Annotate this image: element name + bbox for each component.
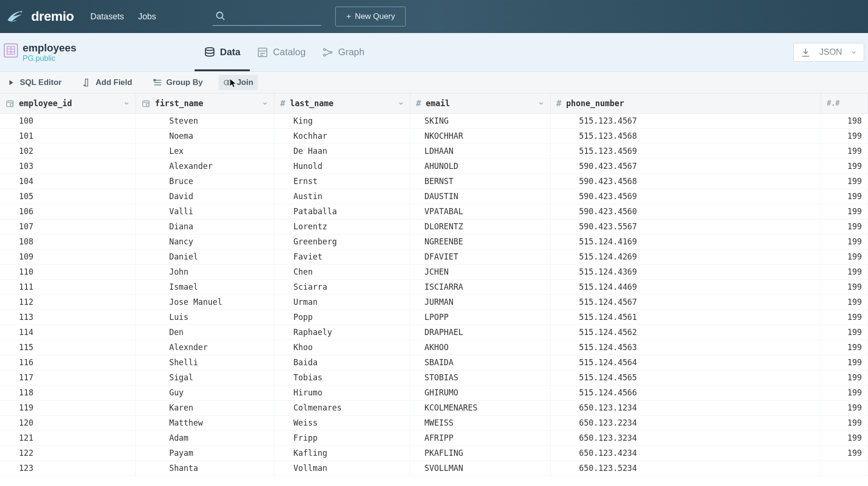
cell-first-name[interactable]: Luis — [136, 310, 274, 325]
cell-truncated[interactable]: 199 — [821, 340, 868, 355]
cell-email[interactable]: SVOLLMAN — [410, 461, 550, 476]
table-row[interactable]: 113LuisPoppLPOPP515.124.4561199 — [0, 310, 868, 325]
cell-email[interactable]: GHIRUMO — [410, 385, 550, 400]
table-row[interactable]: 115AlexnderKhooAKHOO515.124.4563199 — [0, 340, 868, 355]
cell-phone-number[interactable]: 650.123.3234 — [551, 430, 821, 445]
add-field-button[interactable]: Add Field — [77, 75, 136, 90]
cell-email[interactable]: PKAFLING — [410, 445, 550, 461]
cell-email[interactable]: VPATABAL — [410, 204, 550, 219]
cell-last-name[interactable]: Kafling — [274, 445, 410, 461]
table-row[interactable]: 103AlexanderHunoldAHUNOLD590.423.4567199 — [0, 159, 868, 174]
column-header-first-name[interactable]: first_name — [136, 93, 274, 113]
cell-employee-id[interactable]: 103 — [0, 159, 136, 174]
cell-email[interactable]: KCOLMENARES — [410, 400, 550, 415]
table-row[interactable]: 112Jose ManuelUrmanJURMAN515.124.4567199 — [0, 294, 868, 310]
cell-first-name[interactable]: Ismael — [136, 279, 274, 294]
cell-first-name[interactable]: Valli — [136, 204, 274, 219]
cell-last-name[interactable]: Popp — [274, 310, 410, 325]
cell-first-name[interactable]: Guy — [136, 385, 274, 400]
cell-employee-id[interactable]: 116 — [0, 355, 136, 370]
cell-employee-id[interactable]: 118 — [0, 385, 136, 400]
cell-last-name[interactable]: Weiss — [274, 415, 410, 430]
cell-email[interactable]: LPOPP — [410, 310, 550, 325]
cell-phone-number[interactable]: 515.124.4563 — [551, 340, 821, 355]
table-row[interactable]: 119KarenColmenaresKCOLMENARES650.123.123… — [0, 400, 868, 415]
search-input[interactable] — [213, 7, 321, 26]
table-row[interactable]: 100StevenKingSKING515.123.4567198 — [0, 113, 868, 128]
column-header-phone-number[interactable]: # phone_number — [551, 93, 821, 113]
table-row[interactable]: 114DenRaphaelyDRAPHAEL515.124.4562199 — [0, 325, 868, 340]
cell-truncated[interactable]: 199 — [821, 294, 868, 310]
cell-phone-number[interactable]: 650.123.4234 — [551, 445, 821, 461]
cell-employee-id[interactable]: 114 — [0, 325, 136, 340]
cell-first-name[interactable]: Nancy — [136, 234, 274, 249]
cell-phone-number[interactable]: 515.124.4566 — [551, 385, 821, 400]
cell-employee-id[interactable]: 111 — [0, 279, 136, 294]
cell-truncated[interactable]: 199 — [821, 279, 868, 294]
cell-truncated[interactable]: 199 — [821, 400, 868, 415]
cell-truncated[interactable]: 199 — [821, 143, 868, 159]
cell-truncated[interactable]: 199 — [821, 128, 868, 143]
cell-truncated[interactable]: 199 — [821, 430, 868, 445]
cell-last-name[interactable]: Greenberg — [274, 234, 410, 249]
table-row[interactable]: 116ShelliBaidaSBAIDA515.124.4564199 — [0, 355, 868, 370]
cell-phone-number[interactable]: 515.124.4565 — [551, 370, 821, 385]
cell-first-name[interactable]: Sigal — [136, 370, 274, 385]
cell-truncated[interactable]: 199 — [821, 189, 868, 204]
cell-truncated[interactable] — [821, 461, 868, 476]
column-header-truncated[interactable]: #.# — [821, 93, 868, 113]
cell-first-name[interactable]: Matthew — [136, 415, 274, 430]
cell-truncated[interactable]: 199 — [821, 310, 868, 325]
cell-truncated[interactable]: 199 — [821, 415, 868, 430]
cell-email[interactable]: MWEISS — [410, 415, 550, 430]
cell-email[interactable]: AHUNOLD — [410, 159, 550, 174]
chevron-down-icon[interactable] — [398, 100, 404, 107]
tab-graph[interactable]: Graph — [322, 33, 365, 71]
nav-jobs[interactable]: Jobs — [138, 12, 156, 22]
tab-data[interactable]: Data — [204, 33, 240, 71]
cell-phone-number[interactable]: 515.124.4561 — [551, 310, 821, 325]
group-by-button[interactable]: Group By — [148, 75, 207, 90]
cell-email[interactable]: NGREENBE — [410, 234, 550, 249]
cell-phone-number[interactable]: 515.124.4169 — [551, 234, 821, 249]
cell-email[interactable]: AKHOO — [410, 340, 550, 355]
cell-first-name[interactable]: Jose Manuel — [136, 294, 274, 310]
cell-last-name[interactable]: Hirumo — [274, 385, 410, 400]
chevron-down-icon[interactable] — [262, 100, 268, 107]
table-row[interactable]: 104BruceErnstBERNST590.423.4568199 — [0, 174, 868, 189]
cell-last-name[interactable]: Kochhar — [274, 128, 410, 143]
cell-email[interactable]: ISCIARRA — [410, 279, 550, 294]
cell-truncated[interactable]: 199 — [821, 264, 868, 279]
cell-phone-number[interactable]: 650.123.5234 — [551, 461, 821, 476]
cell-phone-number[interactable]: 590.423.4567 — [551, 159, 821, 174]
cell-email[interactable]: DFAVIET — [410, 249, 550, 264]
cell-employee-id[interactable]: 117 — [0, 370, 136, 385]
cell-last-name[interactable]: Pataballa — [274, 204, 410, 219]
cell-last-name[interactable]: De Haan — [274, 143, 410, 159]
cell-last-name[interactable]: Chen — [274, 264, 410, 279]
table-row[interactable]: 118GuyHirumoGHIRUMO515.124.4566199 — [0, 385, 868, 400]
cell-last-name[interactable]: Hunold — [274, 159, 410, 174]
cell-employee-id[interactable]: 104 — [0, 174, 136, 189]
cell-phone-number[interactable]: 515.124.4269 — [551, 249, 821, 264]
table-row[interactable]: 123ShantaVollmanSVOLLMAN650.123.5234 — [0, 461, 868, 476]
cell-email[interactable]: BERNST — [410, 174, 550, 189]
cell-phone-number[interactable]: 650.123.1234 — [551, 400, 821, 415]
chevron-down-icon[interactable] — [538, 100, 545, 107]
cell-employee-id[interactable]: 108 — [0, 234, 136, 249]
cell-last-name[interactable]: King — [274, 113, 410, 128]
cell-email[interactable]: SBAIDA — [410, 355, 550, 370]
cell-truncated[interactable]: 199 — [821, 325, 868, 340]
table-row[interactable]: 122PayamKaflingPKAFLING650.123.4234199 — [0, 445, 868, 461]
column-header-email[interactable]: # email — [410, 93, 550, 113]
cell-email[interactable]: JCHEN — [410, 264, 550, 279]
cell-phone-number[interactable]: 590.423.4568 — [551, 174, 821, 189]
join-button[interactable]: Join — [219, 75, 258, 90]
cell-first-name[interactable]: Payam — [136, 445, 274, 461]
cell-first-name[interactable]: John — [136, 264, 274, 279]
cell-first-name[interactable]: Steven — [136, 113, 274, 128]
cell-phone-number[interactable]: 590.423.4560 — [551, 204, 821, 219]
cell-first-name[interactable]: Shanta — [136, 461, 274, 476]
table-row[interactable]: 117SigalTobiasSTOBIAS515.124.4565199 — [0, 370, 868, 385]
cell-first-name[interactable]: Alexander — [136, 159, 274, 174]
